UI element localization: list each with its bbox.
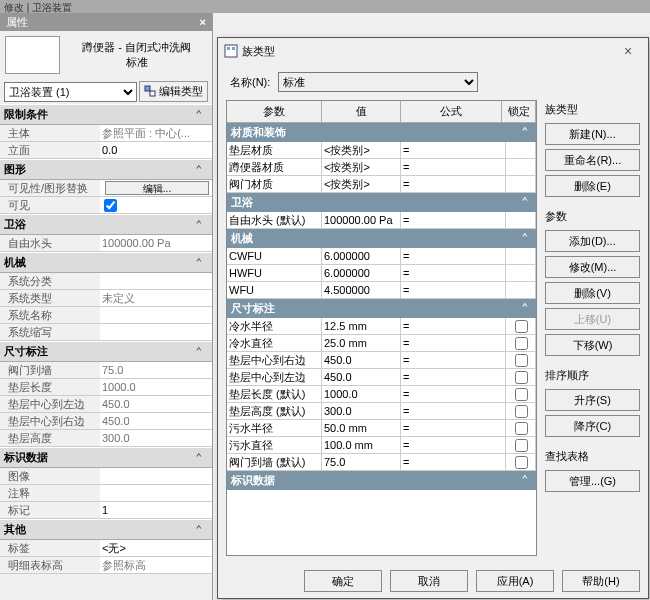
param-lock[interactable]: [506, 437, 536, 453]
param-value[interactable]: 6.000000: [322, 265, 401, 281]
lock-checkbox[interactable]: [515, 371, 528, 384]
param-lock[interactable]: [506, 159, 536, 175]
header-param[interactable]: 参数: [227, 101, 322, 123]
group-header[interactable]: 机械⌃: [0, 252, 212, 273]
lock-checkbox[interactable]: [515, 320, 528, 333]
parameter-table-body[interactable]: 材质和装饰⌃垫层材质<按类别>=蹲便器材质<按类别>=阀门材质<按类别>=卫浴⌃…: [227, 123, 536, 555]
sort-desc-button[interactable]: 降序(C): [545, 415, 640, 437]
param-name[interactable]: CWFU: [227, 248, 322, 264]
param-formula[interactable]: =: [401, 159, 506, 175]
category-header[interactable]: 卫浴⌃: [227, 193, 536, 212]
lock-checkbox[interactable]: [515, 388, 528, 401]
param-formula[interactable]: =: [401, 248, 506, 264]
category-header[interactable]: 尺寸标注⌃: [227, 299, 536, 318]
properties-grid[interactable]: 限制条件⌃主体参照平面 : 中心(...立面0.0图形⌃可见性/图形替换编辑..…: [0, 104, 212, 584]
sort-asc-button[interactable]: 升序(S): [545, 389, 640, 411]
collapse-icon[interactable]: ⌃: [521, 473, 532, 488]
dialog-titlebar[interactable]: 族类型 ×: [218, 38, 648, 64]
param-name[interactable]: 阀门材质: [227, 176, 322, 192]
param-lock[interactable]: [506, 369, 536, 385]
param-value[interactable]: 12.5 mm: [322, 318, 401, 334]
rename-type-button[interactable]: 重命名(R)...: [545, 149, 640, 171]
lock-checkbox[interactable]: [515, 439, 528, 452]
ok-button[interactable]: 确定: [304, 570, 382, 592]
group-header[interactable]: 图形⌃: [0, 159, 212, 180]
param-value[interactable]: 300.0: [322, 403, 401, 419]
param-lock[interactable]: [506, 248, 536, 264]
type-name-select[interactable]: 标准: [278, 72, 478, 92]
param-name[interactable]: 垫层高度 (默认): [227, 403, 322, 419]
property-value[interactable]: 300.0: [100, 430, 212, 446]
param-value[interactable]: 4.500000: [322, 282, 401, 298]
property-value[interactable]: [100, 485, 212, 501]
new-type-button[interactable]: 新建(N)...: [545, 123, 640, 145]
param-formula[interactable]: =: [401, 352, 506, 368]
type-selector[interactable]: 卫浴装置 (1): [4, 82, 137, 102]
param-lock[interactable]: [506, 265, 536, 281]
lock-checkbox[interactable]: [515, 422, 528, 435]
param-value[interactable]: 100.0 mm: [322, 437, 401, 453]
property-value[interactable]: [100, 468, 212, 484]
lock-checkbox[interactable]: [515, 337, 528, 350]
param-name[interactable]: 污水直径: [227, 437, 322, 453]
property-value[interactable]: 75.0: [100, 362, 212, 378]
category-header[interactable]: 标识数据⌃: [227, 471, 536, 490]
property-value[interactable]: <无>: [100, 540, 212, 556]
param-value[interactable]: <按类别>: [322, 142, 401, 158]
param-formula[interactable]: =: [401, 335, 506, 351]
close-icon[interactable]: ×: [614, 43, 642, 59]
collapse-icon[interactable]: ⌃: [195, 523, 208, 536]
param-lock[interactable]: [506, 142, 536, 158]
param-value[interactable]: 100000.00 Pa: [322, 212, 401, 228]
param-name[interactable]: 蹲便器材质: [227, 159, 322, 175]
param-lock[interactable]: [506, 420, 536, 436]
property-value[interactable]: 0.0: [100, 142, 212, 158]
lock-checkbox[interactable]: [515, 456, 528, 469]
cancel-button[interactable]: 取消: [390, 570, 468, 592]
param-name[interactable]: 冷水半径: [227, 318, 322, 334]
param-lock[interactable]: [506, 454, 536, 470]
collapse-icon[interactable]: ⌃: [521, 125, 532, 140]
add-param-button[interactable]: 添加(D)...: [545, 230, 640, 252]
edit-button[interactable]: 编辑...: [105, 181, 210, 195]
param-name[interactable]: HWFU: [227, 265, 322, 281]
param-value[interactable]: 1000.0: [322, 386, 401, 402]
param-lock[interactable]: [506, 352, 536, 368]
group-header[interactable]: 其他⌃: [0, 519, 212, 540]
property-value[interactable]: 编辑...: [100, 180, 212, 196]
param-lock[interactable]: [506, 176, 536, 192]
param-name[interactable]: 自由水头 (默认): [227, 212, 322, 228]
header-formula[interactable]: 公式: [401, 101, 502, 123]
collapse-icon[interactable]: ⌃: [195, 163, 208, 176]
close-icon[interactable]: ×: [200, 16, 206, 28]
category-header[interactable]: 材质和装饰⌃: [227, 123, 536, 142]
lock-checkbox[interactable]: [515, 354, 528, 367]
param-name[interactable]: 垫层中心到右边: [227, 352, 322, 368]
collapse-icon[interactable]: ⌃: [195, 345, 208, 358]
param-name[interactable]: 阀门到墙 (默认): [227, 454, 322, 470]
param-lock[interactable]: [506, 318, 536, 334]
param-value[interactable]: 6.000000: [322, 248, 401, 264]
param-formula[interactable]: =: [401, 386, 506, 402]
param-value[interactable]: 75.0: [322, 454, 401, 470]
delete-param-button[interactable]: 删除(V): [545, 282, 640, 304]
collapse-icon[interactable]: ⌃: [521, 195, 532, 210]
edit-type-button[interactable]: 编辑类型: [139, 81, 208, 102]
param-value[interactable]: <按类别>: [322, 176, 401, 192]
param-name[interactable]: 冷水直径: [227, 335, 322, 351]
param-value[interactable]: <按类别>: [322, 159, 401, 175]
property-value[interactable]: [100, 273, 212, 289]
param-formula[interactable]: =: [401, 142, 506, 158]
group-header[interactable]: 标识数据⌃: [0, 447, 212, 468]
param-lock[interactable]: [506, 212, 536, 228]
param-value[interactable]: 50.0 mm: [322, 420, 401, 436]
param-formula[interactable]: =: [401, 282, 506, 298]
property-value[interactable]: 参照标高: [100, 557, 212, 573]
param-formula[interactable]: =: [401, 318, 506, 334]
param-name[interactable]: 垫层材质: [227, 142, 322, 158]
category-header[interactable]: 机械⌃: [227, 229, 536, 248]
param-formula[interactable]: =: [401, 454, 506, 470]
param-name[interactable]: 污水半径: [227, 420, 322, 436]
header-lock[interactable]: 锁定: [502, 101, 536, 123]
param-formula[interactable]: =: [401, 265, 506, 281]
